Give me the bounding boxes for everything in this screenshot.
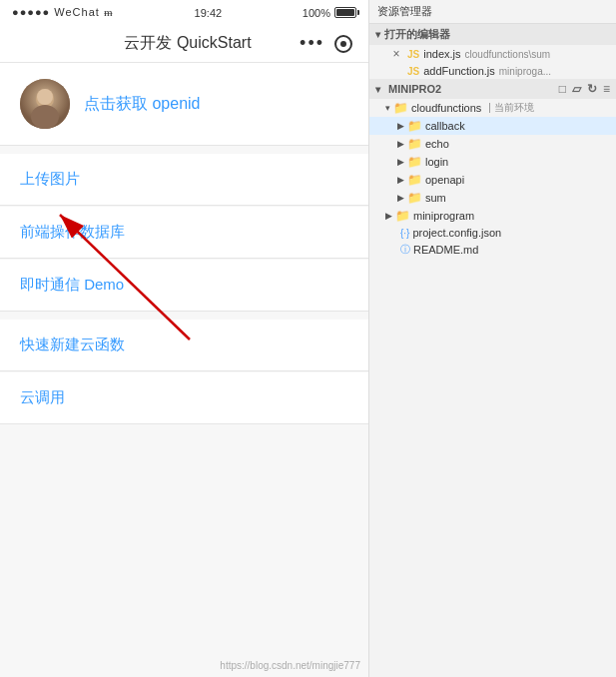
tree-openapi[interactable]: ▶ 📁 openapi	[369, 171, 616, 189]
nav-title: 云开发 QuickStart	[124, 33, 251, 54]
tab-path-2: miniproga...	[499, 66, 551, 77]
status-left: ●●●●● WeChat ᵯ	[12, 6, 114, 19]
realtime-demo-label: 即时通信 Demo	[20, 276, 124, 293]
tab-filename: index.js	[423, 48, 460, 60]
project-arrow: ▾	[375, 84, 380, 95]
login-expand-arrow: ▶	[397, 157, 404, 167]
folder-name: cloudfunctions	[411, 102, 481, 114]
new-file-icon[interactable]: □	[559, 82, 566, 96]
nav-right: •••	[300, 33, 352, 54]
panel-header: 资源管理器	[369, 0, 616, 24]
open-editors-label: 打开的编辑器	[384, 27, 450, 42]
project-config-label: project.config.json	[412, 227, 501, 239]
js-file-icon: JS	[407, 49, 419, 60]
upload-image-label: 上传图片	[20, 170, 80, 187]
tree-callback[interactable]: ▶ 📁 callback	[369, 117, 616, 135]
openapi-label: openapi	[425, 174, 464, 186]
nav-bar: 云开发 QuickStart •••	[0, 25, 368, 63]
tab-addfunction-js[interactable]: JS addFunction.js miniproga...	[369, 63, 616, 79]
status-time: 19:42	[195, 7, 223, 19]
collapse-icon[interactable]: ≡	[603, 82, 610, 96]
user-section: 点击获取 openid	[0, 63, 368, 146]
readme-label: README.md	[413, 244, 478, 256]
tree-readme[interactable]: ⓘ README.md	[369, 241, 616, 259]
tab-filename-2: addFunction.js	[423, 65, 495, 77]
target-icon[interactable]	[334, 35, 352, 53]
more-dots-icon[interactable]: •••	[300, 33, 324, 54]
sum-folder-icon: 📁	[407, 191, 422, 205]
miniprogram-folder-icon: 📁	[395, 209, 410, 223]
folder-expand-arrow: ▾	[385, 103, 390, 113]
realtime-demo-item[interactable]: 即时通信 Demo	[0, 260, 368, 312]
status-bar: ●●●●● WeChat ᵯ 19:42 100%	[0, 0, 368, 25]
svg-point-3	[37, 89, 53, 105]
watermark: https://blog.csdn.net/mingjie777	[220, 660, 360, 671]
project-title: MINIPRO2	[388, 83, 555, 95]
miniprogram-label: miniprogram	[413, 210, 474, 222]
callback-expand-arrow: ▶	[397, 121, 404, 131]
database-item[interactable]: 前端操作数据库	[0, 207, 368, 259]
project-section-header[interactable]: ▾ MINIPRO2 □ ▱ ↻ ≡	[369, 79, 616, 99]
phone-simulator: ●●●●● WeChat ᵯ 19:42 100% 云开发 QuickStart…	[0, 0, 369, 677]
folder-icon: 📁	[393, 101, 408, 115]
tree-sum[interactable]: ▶ 📁 sum	[369, 189, 616, 207]
upload-image-item[interactable]: 上传图片	[0, 154, 368, 206]
open-editors-arrow: ▾	[375, 29, 380, 40]
signal-dots: ●●●●● WeChat ᵯ	[12, 6, 114, 19]
echo-folder-icon: 📁	[407, 137, 422, 151]
login-folder-icon: 📁	[407, 155, 422, 169]
json-file-icon: {·}	[400, 228, 409, 239]
status-right: 100%	[303, 7, 356, 19]
echo-label: echo	[425, 138, 449, 150]
cloud-call-label: 云调用	[20, 388, 65, 405]
env-label: | 当前环境	[488, 101, 533, 115]
refresh-icon[interactable]: ↻	[587, 82, 597, 96]
phone-content: 点击获取 openid 上传图片 前端操作数据库 即时通信 Demo 快速新建云…	[0, 63, 368, 677]
battery-percent: 100%	[303, 7, 330, 19]
tree-cloudfunctions[interactable]: ▾ 📁 cloudfunctions | 当前环境	[369, 99, 616, 117]
close-tab-icon[interactable]: ×	[389, 47, 403, 61]
openapi-expand-arrow: ▶	[397, 175, 404, 185]
avatar	[20, 79, 70, 129]
svg-point-2	[31, 105, 59, 129]
panel-title: 资源管理器	[377, 5, 432, 17]
tree-project-config[interactable]: {·} project.config.json	[369, 225, 616, 241]
battery-icon	[334, 7, 356, 18]
tab-path: cloudfunctions\sum	[465, 49, 551, 60]
js-file-icon-2: JS	[407, 66, 419, 77]
tree-login[interactable]: ▶ 📁 login	[369, 153, 616, 171]
sum-label: sum	[425, 192, 446, 204]
database-label: 前端操作数据库	[20, 223, 125, 240]
open-editors-section[interactable]: ▾ 打开的编辑器	[369, 24, 616, 45]
openapi-folder-icon: 📁	[407, 173, 422, 187]
login-label: login	[425, 156, 448, 168]
tree-miniprogram[interactable]: ▶ 📁 miniprogram	[369, 207, 616, 225]
miniprogram-expand-arrow: ▶	[385, 211, 392, 221]
avatar-image	[20, 79, 70, 129]
new-cloud-func-item[interactable]: 快速新建云函数	[0, 320, 368, 371]
new-cloud-func-label: 快速新建云函数	[20, 336, 125, 352]
md-file-icon: ⓘ	[400, 243, 410, 257]
callback-label: callback	[425, 120, 465, 132]
tree-echo[interactable]: ▶ 📁 echo	[369, 135, 616, 153]
openid-button[interactable]: 点击获取 openid	[84, 94, 201, 115]
cloud-call-item[interactable]: 云调用	[0, 372, 368, 424]
sum-expand-arrow: ▶	[397, 193, 404, 203]
new-folder-icon[interactable]: ▱	[572, 82, 581, 96]
project-toolbar: □ ▱ ↻ ≡	[559, 82, 610, 96]
echo-expand-arrow: ▶	[397, 139, 404, 149]
file-panel: 资源管理器 ▾ 打开的编辑器 × JS index.js cloudfuncti…	[369, 0, 616, 677]
callback-folder-icon: 📁	[407, 119, 422, 133]
tab-index-js[interactable]: × JS index.js cloudfunctions\sum	[369, 45, 616, 63]
